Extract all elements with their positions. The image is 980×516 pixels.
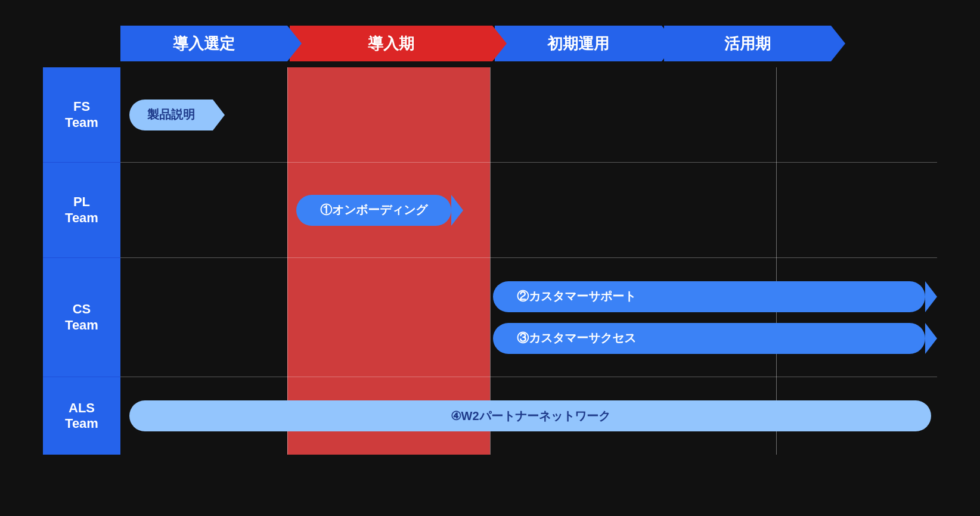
diagram: 導入選定 導入期 初期運用 活用期 FS Team PL Team CS Tea… <box>43 20 937 496</box>
task-support: ②カスタマーサポート <box>493 281 925 312</box>
vline-3 <box>776 67 777 455</box>
task-setsumei: 製品説明 <box>129 100 213 130</box>
vline-1 <box>287 67 288 455</box>
task-partner: ④W2パートナーネットワーク <box>129 400 931 431</box>
task-setsumei-wrapper: 製品説明 <box>129 100 213 130</box>
content-grid: 製品説明 ①オンボーディング ②カスタマーサポート <box>120 67 937 455</box>
phase-initial-label: 初期運用 <box>547 33 609 54</box>
team-als-label: ALS Team <box>43 377 120 455</box>
team-pl-label: PL Team <box>43 163 120 258</box>
team-cs-label: CS Team <box>43 258 120 377</box>
grid-area: FS Team PL Team CS Team ALS Team <box>43 67 937 455</box>
phase-header: 導入選定 導入期 初期運用 活用期 <box>120 20 937 67</box>
task-success: ③カスタマーサクセス <box>493 323 925 354</box>
phase-initial: 初期運用 <box>495 26 662 61</box>
phase-intro-label: 導入選定 <box>173 33 235 54</box>
row-cs: ②カスタマーサポート ③カスタマーサクセス <box>120 258 937 377</box>
row-fs: 製品説明 <box>120 67 937 163</box>
phase-active: 活用期 <box>664 26 831 61</box>
cs-pills-wrapper: ②カスタマーサポート ③カスタマーサクセス <box>493 281 925 354</box>
task-onboarding: ①オンボーディング <box>296 195 451 226</box>
phase-onboarding: 導入期 <box>290 26 492 61</box>
vline-2 <box>490 67 491 455</box>
row-pl: ①オンボーディング <box>120 163 937 258</box>
phase-active-label: 活用期 <box>724 33 771 54</box>
row-als: ④W2パートナーネットワーク <box>120 377 937 455</box>
team-labels: FS Team PL Team CS Team ALS Team <box>43 67 120 455</box>
phase-onboarding-label: 導入期 <box>368 33 414 54</box>
phase-intro: 導入選定 <box>120 26 287 61</box>
task-onboarding-wrapper: ①オンボーディング <box>296 195 451 226</box>
team-fs-label: FS Team <box>43 67 120 163</box>
